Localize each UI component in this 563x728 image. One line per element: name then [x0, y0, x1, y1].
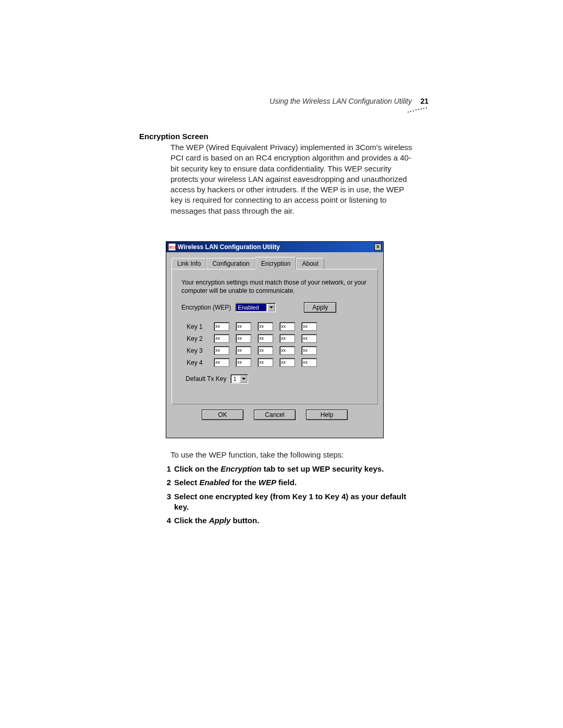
- key-input[interactable]: xx: [301, 322, 317, 331]
- step-number: 3: [161, 491, 171, 513]
- svg-point-6: [423, 108, 424, 109]
- step-number: 4: [161, 515, 171, 526]
- key-label: Key 3: [187, 347, 207, 354]
- tab-about[interactable]: About: [296, 258, 324, 269]
- key-input[interactable]: xx: [214, 346, 229, 355]
- step-number: 1: [161, 464, 171, 474]
- section-body: The WEP (Wired Equivalent Privacy) imple…: [170, 142, 417, 216]
- step-text: Select one encrypted key (from Key 1 to …: [174, 491, 416, 513]
- post-screenshot-text: To use the WEP function, take the follow…: [170, 450, 344, 459]
- svg-point-7: [426, 107, 427, 108]
- key-input[interactable]: xx: [214, 322, 229, 331]
- key-row-1: Key 1xxxxxxxxxx: [187, 322, 368, 331]
- key-input[interactable]: xx: [236, 358, 251, 367]
- key-row-2: Key 2xxxxxxxxxx: [187, 334, 368, 343]
- steps-list: 1Click on the Encryption tab to set up W…: [161, 464, 416, 529]
- close-button[interactable]: ×: [374, 243, 382, 251]
- svg-point-3: [415, 109, 417, 110]
- tab-link-info[interactable]: Link Info: [172, 258, 206, 269]
- key-input[interactable]: xx: [214, 334, 229, 343]
- page-number: 21: [420, 97, 429, 105]
- step-item: 1Click on the Encryption tab to set up W…: [161, 464, 416, 474]
- key-row-4: Key 4xxxxxxxxxx: [187, 358, 368, 367]
- step-item: 3Select one encrypted key (from Key 1 to…: [161, 491, 416, 513]
- encryption-panel: Your encryption settings must match thos…: [172, 269, 378, 404]
- key-input[interactable]: xx: [301, 358, 317, 367]
- key-input[interactable]: xx: [279, 322, 295, 331]
- key-input[interactable]: xx: [279, 358, 295, 367]
- key-input[interactable]: xx: [258, 346, 273, 355]
- step-item: 2Select Enabled for the WEP field.: [161, 477, 416, 488]
- key-input[interactable]: xx: [279, 334, 295, 343]
- key-label: Key 2: [187, 335, 207, 342]
- chevron-down-icon: [240, 375, 247, 382]
- step-text: Click the Apply button.: [174, 515, 259, 526]
- apply-button[interactable]: Apply: [304, 302, 336, 313]
- dots-ornament-icon: [407, 107, 429, 113]
- key-input[interactable]: xx: [236, 322, 251, 331]
- key-input[interactable]: xx: [301, 334, 317, 343]
- svg-point-1: [410, 111, 411, 112]
- app-icon: 3Com: [168, 243, 176, 251]
- chevron-down-icon: [267, 304, 275, 311]
- dialog-buttons: OK Cancel Help: [166, 404, 383, 423]
- tab-strip: Link Info Configuration Encryption About: [172, 257, 378, 269]
- key-input[interactable]: xx: [236, 334, 251, 343]
- key-label: Key 4: [187, 359, 207, 366]
- encryption-wep-value: Enabled: [236, 304, 266, 311]
- step-number: 2: [161, 477, 171, 488]
- key-label: Key 1: [187, 323, 207, 330]
- default-tx-key-value: 1: [231, 375, 239, 382]
- running-header: Using the Wireless LAN Configuration Uti…: [270, 97, 412, 105]
- default-tx-key-dropdown[interactable]: 1: [230, 374, 248, 384]
- step-text: Select Enabled for the WEP field.: [174, 477, 297, 488]
- svg-point-5: [421, 108, 422, 109]
- default-tx-key-label: Default Tx Key: [186, 375, 226, 382]
- key-input[interactable]: xx: [236, 346, 251, 355]
- tab-encryption[interactable]: Encryption: [255, 257, 297, 269]
- window-title: Wireless LAN Configuration Utility: [178, 243, 280, 251]
- panel-instruction: Your encryption settings must match thos…: [181, 279, 368, 295]
- step-item: 4Click the Apply button.: [161, 515, 416, 526]
- section-heading: Encryption Screen: [139, 132, 209, 141]
- tab-configuration[interactable]: Configuration: [206, 258, 255, 269]
- titlebar: 3Com Wireless LAN Configuration Utility …: [166, 242, 383, 252]
- encryption-wep-dropdown[interactable]: Enabled: [235, 303, 276, 312]
- encryption-wep-label: Encryption (WEP): [181, 304, 231, 311]
- dialog-window: 3Com Wireless LAN Configuration Utility …: [166, 241, 384, 438]
- key-input[interactable]: xx: [214, 358, 229, 367]
- svg-point-2: [413, 110, 414, 112]
- key-input[interactable]: xx: [258, 358, 273, 367]
- svg-marker-8: [270, 306, 273, 309]
- ok-button[interactable]: OK: [202, 410, 243, 420]
- key-row-3: Key 3xxxxxxxxxx: [187, 346, 368, 355]
- key-input[interactable]: xx: [301, 346, 317, 355]
- svg-marker-9: [242, 378, 246, 380]
- key-input[interactable]: xx: [279, 346, 295, 355]
- step-text: Click on the Encryption tab to set up WE…: [174, 464, 384, 474]
- svg-point-4: [418, 109, 419, 110]
- cancel-button[interactable]: Cancel: [254, 410, 296, 420]
- key-input[interactable]: xx: [258, 334, 273, 343]
- key-input[interactable]: xx: [258, 322, 273, 331]
- help-button[interactable]: Help: [306, 410, 348, 420]
- svg-point-0: [408, 112, 409, 113]
